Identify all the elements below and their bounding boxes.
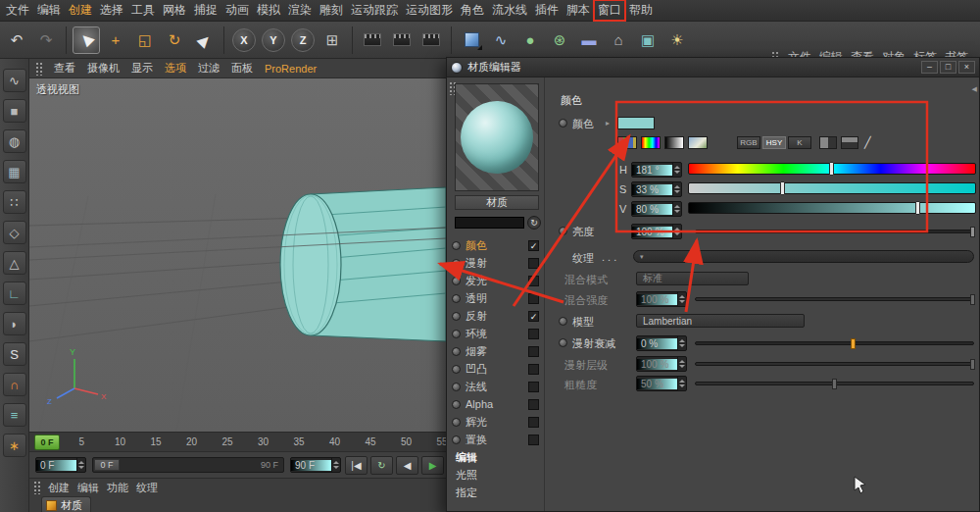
radio-icon[interactable] — [452, 347, 461, 356]
rough-knob[interactable] — [832, 379, 837, 389]
radio-icon[interactable] — [452, 435, 461, 444]
color-mode-K[interactable]: K — [788, 136, 811, 149]
radio-icon[interactable] — [559, 227, 567, 235]
viewport-menu-查看[interactable]: 查看 — [48, 61, 81, 76]
brightness-field[interactable]: 100 % — [631, 224, 682, 239]
channel-checkbox[interactable]: ✓ — [528, 311, 539, 322]
swatches-icon[interactable] — [617, 136, 637, 149]
scale-tool-button[interactable]: ◱ — [131, 26, 159, 54]
value-field[interactable]: 80 % — [631, 201, 682, 217]
preview-tab[interactable]: 材质 — [455, 195, 539, 210]
hue-handle[interactable] — [829, 162, 834, 176]
menu-item-网格[interactable]: 网格 — [159, 0, 190, 21]
menu-item-角色[interactable]: 角色 — [457, 0, 488, 21]
menu-item-动画[interactable]: 动画 — [221, 0, 253, 21]
close-button[interactable]: × — [958, 61, 975, 74]
render-settings-button[interactable] — [417, 26, 445, 54]
brightness-knob[interactable] — [970, 227, 975, 237]
material-preview[interactable] — [455, 83, 539, 191]
lock-y-axis-button[interactable]: Y — [262, 28, 285, 52]
redo-button[interactable]: ↷ — [32, 26, 60, 54]
cylinder-object[interactable] — [280, 187, 446, 341]
menu-item-编辑[interactable]: 编辑 — [33, 0, 65, 21]
points-mode-button[interactable]: ∷ — [3, 190, 26, 214]
stepper-icon[interactable] — [331, 458, 340, 472]
timeline-scrubber[interactable]: 0 F — [34, 435, 60, 450]
maximize-button[interactable]: □ — [940, 61, 956, 74]
channel-checkbox[interactable] — [528, 364, 539, 375]
hue-field[interactable]: 181 ° — [631, 162, 682, 178]
menu-item-渲染[interactable]: 渲染 — [284, 0, 316, 21]
viewport-menu-过滤[interactable]: 过滤 — [192, 61, 225, 76]
viewport-menu-ProRender[interactable]: ProRender — [259, 63, 322, 75]
goto-start-button[interactable]: |◀ — [345, 456, 368, 475]
coordinate-system-button[interactable]: ⊞ — [318, 26, 346, 54]
channel-漫射[interactable]: 漫射 — [449, 254, 542, 272]
mix-strength-field[interactable]: 100 % — [636, 291, 687, 307]
channel-置换[interactable]: 置换 — [449, 431, 542, 448]
add-deformer-button[interactable]: ▬ — [575, 26, 603, 54]
channel-checkbox[interactable]: ✓ — [528, 240, 539, 251]
stepper-icon[interactable] — [672, 225, 681, 238]
bottom-menu-创建[interactable]: 创建 — [44, 479, 74, 496]
play-forward-button[interactable]: ▶ — [421, 456, 444, 475]
channel-checkbox[interactable] — [528, 346, 539, 357]
loop-button[interactable]: ↻ — [370, 456, 393, 475]
rotate-tool-button[interactable]: ↻ — [161, 26, 188, 54]
viewport-menu-面板[interactable]: 面板 — [225, 61, 259, 76]
channel-checkbox[interactable] — [528, 399, 539, 410]
level-knob[interactable] — [970, 359, 975, 370]
drag-handle-icon[interactable] — [35, 62, 44, 76]
channel-反射[interactable]: 反射✓ — [449, 307, 542, 325]
edges-mode-button[interactable]: ◇ — [3, 221, 26, 244]
menu-item-捕捉[interactable]: 捕捉 — [190, 0, 221, 21]
viewport-menu-显示[interactable]: 显示 — [125, 61, 159, 76]
model-mode-button[interactable]: ■ — [3, 99, 26, 123]
texture-dropdown[interactable]: ▾ — [633, 250, 974, 263]
drag-handle-icon[interactable] — [33, 481, 42, 494]
radio-icon[interactable] — [559, 317, 567, 326]
menu-item-工具[interactable]: 工具 — [127, 0, 159, 21]
viewport[interactable]: Y X Z 透视视图 — [29, 78, 446, 432]
bottom-menu-编辑[interactable]: 编辑 — [74, 479, 103, 496]
help-button[interactable]: ∗ — [3, 434, 26, 457]
val-handle[interactable] — [915, 201, 920, 215]
last-tool-button[interactable]: ▶ — [190, 26, 218, 54]
menu-item-运动图形[interactable]: 运动图形 — [402, 0, 457, 21]
material-section-编辑[interactable]: 编辑 — [449, 448, 542, 466]
menu-item-文件[interactable]: 文件 — [2, 0, 33, 21]
menu-item-脚本[interactable]: 脚本 — [563, 0, 594, 21]
menu-item-雕刻[interactable]: 雕刻 — [316, 0, 347, 21]
viewport-canvas[interactable]: Y X Z — [29, 78, 446, 432]
mix-vertical-icon[interactable] — [841, 136, 858, 149]
radio-icon[interactable] — [452, 365, 461, 374]
diffuse-falloff-slider[interactable] — [695, 341, 974, 345]
live-selection-button[interactable]: ▶ — [73, 26, 100, 54]
preview-range-slider[interactable]: 0 F 90 F — [92, 457, 284, 473]
stepper-icon[interactable] — [677, 377, 686, 390]
saturation-slider[interactable] — [688, 182, 976, 194]
viewport-filter-button[interactable]: ◗ — [3, 312, 26, 335]
channel-checkbox[interactable] — [528, 382, 539, 392]
stepper-icon[interactable] — [76, 458, 85, 472]
magnet-button[interactable]: ∩ — [3, 373, 26, 396]
eyedropper-icon[interactable]: ╱ — [864, 136, 871, 149]
render-picture-viewer-button[interactable] — [388, 26, 416, 54]
menu-item-窗口[interactable]: 窗口 — [594, 0, 625, 21]
channel-checkbox[interactable] — [528, 293, 539, 304]
channel-环境[interactable]: 环境 — [449, 325, 542, 342]
add-subdivision-button[interactable]: ● — [516, 26, 544, 54]
roughness-field[interactable]: 50 % — [636, 376, 687, 391]
diffuse-falloff-field[interactable]: 0 % — [636, 335, 687, 351]
move-tool-button[interactable]: + — [102, 26, 129, 54]
add-light-button[interactable]: ☀ — [663, 26, 691, 54]
channel-法线[interactable]: 法线 — [449, 378, 542, 395]
channel-发光[interactable]: 发光 — [449, 272, 542, 289]
radio-icon[interactable] — [452, 277, 461, 285]
channel-checkbox[interactable] — [528, 329, 539, 339]
menu-item-流水线[interactable]: 流水线 — [488, 0, 531, 21]
radio-icon[interactable] — [452, 418, 461, 427]
roughness-slider[interactable] — [695, 382, 974, 385]
radio-icon[interactable] — [452, 294, 461, 303]
texture-mode-button[interactable]: ◍ — [3, 129, 26, 153]
